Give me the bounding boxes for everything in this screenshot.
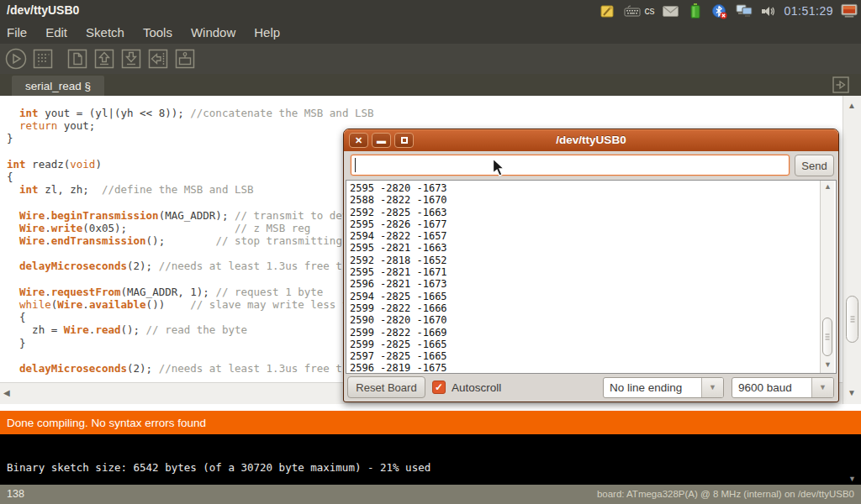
serial-output-line: 2596 -2821 -1673: [350, 278, 832, 290]
code-line: Wire.requestFrom(MAG_ADDR, 1); // reques…: [7, 286, 374, 298]
verify-button[interactable]: [4, 48, 27, 71]
new-sketch-button[interactable]: [66, 48, 88, 71]
code-line: Wire.write(0x05); // z MSB reg: [7, 222, 374, 234]
serial-output-scrollbar[interactable]: ▲ ▼: [820, 181, 834, 373]
open-sketch-button[interactable]: [92, 48, 115, 71]
serial-output-line: 2599 -2822 -1669: [350, 327, 832, 339]
save-sketch-button[interactable]: [119, 48, 142, 71]
window-title: /dev/ttyUSB0: [7, 3, 79, 17]
code-line: Wire.beginTransmission(MAG_ADDR); // tra…: [7, 209, 374, 222]
menu-item-help[interactable]: Help: [245, 24, 289, 43]
keyboard-icon[interactable]: [624, 3, 641, 19]
scrollbar-thumb[interactable]: [846, 296, 858, 343]
mouse-cursor: [492, 158, 507, 181]
autoscroll-label: Autoscroll: [452, 381, 501, 394]
baud-rate-select[interactable]: 9600 baud ▼: [732, 377, 834, 398]
line-number-indicator: 138: [7, 488, 24, 500]
menu-item-edit[interactable]: Edit: [36, 24, 77, 43]
baud-rate-value: 9600 baud: [738, 381, 792, 394]
serial-output-line: 2590 -2820 -1670: [350, 314, 832, 326]
console-output: Binary sketch size: 6542 bytes (of a 307…: [0, 434, 861, 485]
serial-output-line: 2594 -2822 -1657: [350, 230, 832, 242]
compile-status-text: Done compiling. No syntax errors found: [7, 417, 206, 429]
console-text: Binary sketch size: 6542 bytes (of a 307…: [7, 461, 430, 474]
code-line: int zl, zh; //define the MSB and LSB: [7, 183, 374, 196]
serial-output-line: 2595 -2826 -1677: [350, 218, 832, 230]
notes-icon[interactable]: [600, 3, 616, 19]
screen: /dev/ttyUSB0 cs 01:51:: [0, 0, 861, 504]
code-line: {: [7, 311, 374, 323]
tab-label: serial_read §: [25, 80, 91, 92]
serial-output-line: 2595 -2820 -1673: [350, 182, 832, 194]
clock-indicator[interactable]: 01:51:29: [784, 4, 834, 18]
tab-bar: serial_read §: [0, 74, 861, 96]
bluetooth-icon[interactable]: [711, 3, 728, 19]
text-caret: [355, 158, 356, 172]
code-line: }: [7, 337, 374, 349]
code-line: zh = Wire.read(); // read the byte: [7, 323, 374, 336]
scroll-up-arrow-icon[interactable]: ▲: [848, 101, 856, 110]
code-line: delayMicroseconds(2); //needs at least 1…: [7, 260, 374, 272]
upload-button[interactable]: [146, 48, 169, 71]
serial-monitor-titlebar[interactable]: ✕ ▬ /dev/ttyUSB0: [344, 129, 838, 151]
menu-item-window[interactable]: Window: [182, 24, 245, 43]
serial-output-line: 2592 -2825 -1663: [350, 207, 832, 218]
chevron-down-icon[interactable]: ▼: [701, 378, 723, 397]
tab-menu-icon[interactable]: [832, 76, 849, 93]
output-scrollbar-thumb[interactable]: [822, 318, 832, 356]
menu-item-file[interactable]: File: [7, 24, 36, 43]
menu-item-sketch[interactable]: Sketch: [77, 24, 134, 43]
output-scroll-up-icon[interactable]: ▲: [824, 182, 832, 191]
code-line: [7, 145, 374, 158]
network-icon[interactable]: [736, 3, 753, 19]
serial-output-line: 2597 -2825 -1665: [350, 350, 832, 362]
code-line: return yout;: [7, 119, 374, 132]
serial-output-line: 2595 -2821 -1671: [350, 266, 832, 278]
autoscroll-checkbox[interactable]: ✓: [432, 381, 446, 394]
session-icon[interactable]: [841, 3, 858, 19]
line-ending-value: No line ending: [610, 381, 682, 394]
code-line: while(Wire.available()) // slave may wri…: [7, 298, 374, 311]
scroll-left-arrow-icon[interactable]: ◀: [3, 388, 10, 397]
editor-vertical-scrollbar[interactable]: ▲ ▼: [843, 96, 861, 404]
serial-output-line: 2594 -2825 -1665: [350, 291, 832, 302]
chevron-down-icon[interactable]: ▼: [811, 378, 833, 397]
toolbar: [0, 44, 861, 74]
serial-output-line: 2592 -2818 -1652: [350, 255, 832, 266]
line-ending-select[interactable]: No line ending ▼: [603, 377, 724, 398]
code-line: [7, 196, 374, 208]
code-line: [7, 273, 374, 286]
serial-output-line: 2599 -2825 -1665: [350, 339, 832, 350]
serial-monitor-title: /dev/ttyUSB0: [344, 134, 838, 146]
serial-monitor-controls: Reset Board ✓ Autoscroll No line ending …: [344, 376, 838, 402]
output-scroll-down-icon[interactable]: ▼: [824, 360, 832, 369]
serial-output-line: 2599 -2822 -1666: [350, 302, 832, 314]
serial-monitor-button[interactable]: [173, 48, 196, 71]
reset-board-button[interactable]: Reset Board: [347, 376, 425, 398]
code-line: [7, 349, 374, 362]
compile-status-bar: Done compiling. No syntax errors found: [0, 411, 861, 434]
send-button[interactable]: Send: [795, 155, 834, 176]
code-line: int yout = (yl|(yh << 8)); //concatenate…: [7, 107, 374, 119]
battery-icon[interactable]: [687, 3, 704, 19]
scroll-down-arrow-icon[interactable]: ▼: [848, 388, 856, 397]
serial-output-line: 2588 -2822 -1670: [350, 194, 832, 206]
board-info: board: ATmega328P(A) @ 8 MHz (internal) …: [597, 489, 854, 499]
desktop-panel: /dev/ttyUSB0 cs 01:51:: [0, 0, 861, 22]
serial-output-line: 2595 -2821 -1663: [350, 242, 832, 254]
serial-monitor-window: ✕ ▬ /dev/ttyUSB0 Send 2595 -2820 -167325…: [343, 129, 839, 402]
console-scroll-down-icon[interactable]: ▼: [848, 475, 856, 483]
keyboard-layout-indicator[interactable]: cs: [645, 5, 655, 17]
mail-icon[interactable]: [663, 3, 679, 19]
serial-output-area[interactable]: 2595 -2820 -16732588 -2822 -16702592 -28…: [346, 180, 837, 374]
code-line: }: [7, 132, 374, 144]
code-line: Wire.endTransmission(); // stop transmit…: [7, 234, 374, 247]
code-line: delayMicroseconds(2); //needs at least 1…: [7, 362, 374, 375]
volume-icon[interactable]: [760, 3, 777, 19]
serial-send-input[interactable]: [351, 155, 790, 176]
menu-item-tools[interactable]: Tools: [134, 24, 182, 43]
system-tray: cs 01:51:29: [600, 0, 858, 22]
stop-button[interactable]: [31, 48, 54, 71]
code-line: [7, 247, 374, 260]
tab-serial-read[interactable]: serial_read §: [12, 76, 104, 96]
